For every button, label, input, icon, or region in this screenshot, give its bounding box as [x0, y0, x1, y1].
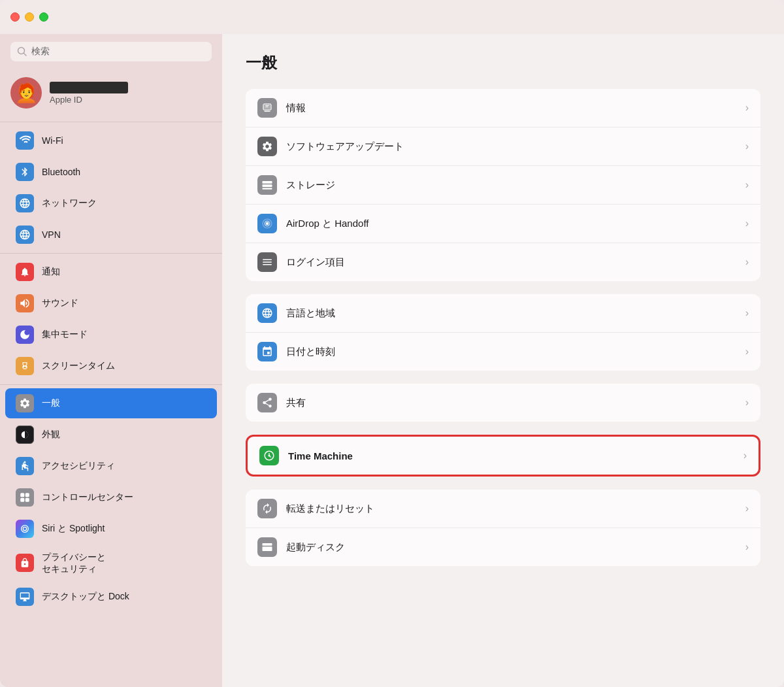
sidebar-item-siri[interactable]: Siri と Spotlight: [5, 514, 217, 544]
sidebar-item-privacy-label: プライバシーと セキュリティ: [42, 551, 106, 575]
datetime-label: 日付と時刻: [286, 346, 745, 358]
page-title: 一般: [246, 52, 760, 73]
sharing-chevron: ›: [745, 397, 749, 409]
svg-rect-5: [25, 493, 29, 497]
sidebar-item-control-center-label: コントロールセンター: [42, 492, 133, 503]
transfer-chevron: ›: [745, 503, 749, 514]
privacy-icon: [16, 554, 34, 572]
sound-icon: [16, 294, 34, 312]
focus-icon: [16, 326, 34, 344]
software-update-chevron: ›: [745, 141, 749, 152]
settings-group-4: Time Machine ›: [246, 435, 760, 477]
settings-row-airdrop[interactable]: AirDrop と Handoff ›: [246, 205, 760, 243]
settings-row-login[interactable]: ログイン項目 ›: [246, 243, 760, 281]
close-button[interactable]: [10, 12, 20, 22]
content-area: 検索 🧑‍🦰 Apple ID Wi-Fi: [0, 34, 784, 687]
sidebar-item-screentime-label: スクリーンタイム: [42, 360, 115, 372]
svg-rect-15: [263, 188, 272, 190]
traffic-lights: [10, 12, 48, 22]
settings-row-storage[interactable]: ストレージ ›: [246, 166, 760, 205]
datetime-icon: [257, 342, 277, 361]
sidebar-item-appearance[interactable]: 外観: [5, 420, 217, 450]
apple-id-label: Apple ID: [50, 95, 128, 105]
sidebar-item-bluetooth[interactable]: Bluetooth: [5, 157, 217, 187]
notifications-icon: [16, 263, 34, 281]
sidebar-item-wifi-label: Wi-Fi: [42, 135, 63, 146]
settings-row-startup-disk[interactable]: 起動ディスク ›: [246, 528, 760, 566]
siri-icon: [16, 520, 34, 538]
sidebar-item-notifications-label: 通知: [42, 266, 60, 278]
divider-3: [0, 384, 222, 385]
sidebar-item-sound-label: サウンド: [42, 297, 78, 309]
settings-row-transfer[interactable]: 転送またはリセット ›: [246, 490, 760, 528]
search-placeholder: 検索: [31, 46, 50, 58]
settings-group-2: 言語と地域 › 日付と時刻 ›: [246, 294, 760, 371]
sidebar-item-vpn-label: VPN: [42, 229, 61, 240]
maximize-button[interactable]: [39, 12, 48, 22]
svg-rect-13: [263, 181, 272, 184]
settings-group-5: 転送またはリセット › 起動ディスク ›: [246, 490, 760, 566]
network-icon: [16, 194, 34, 212]
accessibility-icon: [16, 457, 34, 475]
sidebar-item-general[interactable]: 一般: [5, 388, 217, 418]
startup-disk-label: 起動ディスク: [286, 541, 745, 554]
login-chevron: ›: [745, 256, 749, 268]
apple-id-name-redacted: [50, 82, 128, 93]
storage-chevron: ›: [745, 179, 749, 191]
svg-rect-6: [20, 498, 24, 502]
settings-row-language[interactable]: 言語と地域 ›: [246, 294, 760, 333]
login-label: ログイン項目: [286, 256, 745, 269]
sidebar-item-desktop[interactable]: デスクトップと Dock: [5, 582, 217, 612]
sidebar-item-focus[interactable]: 集中モード: [5, 320, 217, 350]
sidebar-item-notifications[interactable]: 通知: [5, 257, 217, 287]
svg-point-20: [270, 548, 271, 550]
settings-row-info[interactable]: 情報 ›: [246, 89, 760, 127]
sidebar-item-control-center[interactable]: コントロールセンター: [5, 482, 217, 512]
airdrop-chevron: ›: [745, 218, 749, 229]
sidebar: 検索 🧑‍🦰 Apple ID Wi-Fi: [0, 34, 222, 687]
svg-rect-11: [265, 107, 268, 107]
svg-rect-12: [264, 111, 270, 112]
wifi-icon: [16, 131, 34, 150]
svg-point-3: [24, 461, 26, 463]
sidebar-item-focus-label: 集中モード: [42, 329, 88, 341]
settings-row-sharing[interactable]: 共有 ›: [246, 384, 760, 422]
sidebar-item-wifi[interactable]: Wi-Fi: [5, 126, 217, 156]
svg-rect-4: [20, 493, 24, 497]
software-update-icon: [257, 137, 277, 156]
startup-disk-icon: [257, 537, 277, 557]
appearance-icon: [16, 426, 34, 444]
sidebar-item-accessibility[interactable]: アクセシビリティ: [5, 451, 217, 481]
search-bar[interactable]: 検索: [10, 42, 212, 61]
settings-row-software-update[interactable]: ソフトウェアアップデート ›: [246, 127, 760, 166]
storage-label: ストレージ: [286, 179, 745, 192]
divider-2: [0, 253, 222, 254]
sidebar-item-appearance-label: 外観: [42, 429, 60, 441]
info-chevron: ›: [745, 102, 749, 114]
startup-disk-chevron: ›: [745, 541, 749, 553]
sidebar-item-sound[interactable]: サウンド: [5, 288, 217, 318]
desktop-icon: [16, 588, 34, 606]
avatar: 🧑‍🦰: [10, 77, 42, 109]
login-icon: [257, 252, 277, 272]
screentime-icon: [16, 357, 34, 375]
settings-row-datetime[interactable]: 日付と時刻 ›: [246, 333, 760, 371]
transfer-label: 転送またはリセット: [286, 503, 745, 515]
bluetooth-icon: [16, 163, 34, 181]
timemachine-chevron: ›: [743, 450, 747, 461]
general-icon: [16, 394, 34, 412]
sidebar-item-network[interactable]: ネットワーク: [5, 188, 217, 218]
sidebar-item-vpn[interactable]: VPN: [5, 220, 217, 250]
settings-group-3: 共有 ›: [246, 384, 760, 422]
apple-id-section[interactable]: 🧑‍🦰 Apple ID: [0, 72, 222, 119]
settings-group-1: 情報 › ソフトウェアアップデート ›: [246, 89, 760, 281]
transfer-icon: [257, 499, 277, 518]
sidebar-item-privacy[interactable]: プライバシーと セキュリティ: [5, 545, 217, 580]
title-bar: [0, 0, 784, 34]
sidebar-item-desktop-label: デスクトップと Dock: [42, 591, 129, 603]
settings-row-timemachine[interactable]: Time Machine ›: [248, 437, 759, 475]
sidebar-item-siri-label: Siri と Spotlight: [42, 523, 105, 535]
minimize-button[interactable]: [25, 12, 34, 22]
sidebar-item-screentime[interactable]: スクリーンタイム: [5, 351, 217, 381]
storage-icon: [257, 175, 277, 195]
